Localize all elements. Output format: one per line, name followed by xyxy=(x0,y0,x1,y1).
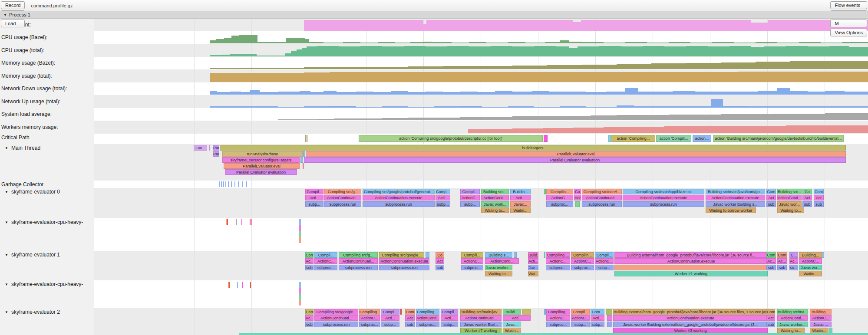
trace-event-bar[interactable]: sub xyxy=(814,201,824,207)
trace-event-bar[interactable]: Acti... xyxy=(528,258,538,264)
trace-event-bar[interactable]: Compil... xyxy=(595,252,614,258)
trace-event-bar[interactable]: Compil... xyxy=(571,309,590,315)
trace-event-bar[interactable]: subp... xyxy=(591,322,604,327)
trace-event-bar[interactable]: ActionC... xyxy=(461,258,483,264)
trace-event-bar[interactable]: ActionContinuation.execute xyxy=(614,258,768,264)
skyframe-evaluator-cpu-heavy-2-event-tick[interactable] xyxy=(237,282,238,288)
trace-event-bar[interactable] xyxy=(614,265,768,270)
skyframe-evaluator-cpu-heavy-2-event-sliver[interactable] xyxy=(299,294,301,300)
trace-event-bar[interactable]: ParallelEvaluator.eval xyxy=(306,151,846,157)
trace-event-bar[interactable]: Build... xyxy=(528,252,538,258)
skyframe-evaluator-cpu-heavy-1-label[interactable]: ▼skyframe-evaluator-cpu-heavy- xyxy=(5,219,83,226)
garbage-collector-event-tick[interactable] xyxy=(221,181,222,187)
trace-event-bar[interactable]: Parallel Evaluator evaluation xyxy=(225,169,297,175)
network-up-usage-total-chart[interactable] xyxy=(94,95,868,108)
trace-event-bar[interactable]: Building src... xyxy=(481,189,509,194)
trace-event-bar[interactable]: ActionContinuation.execute xyxy=(379,258,429,264)
action-count-chart[interactable] xyxy=(94,18,868,31)
trace-event-bar[interactable] xyxy=(434,189,435,194)
skyframe-evaluator-cpu-heavy-2-event-tick[interactable] xyxy=(228,282,229,288)
skyframe-evaluator-cpu-heavy-1-event-tick[interactable] xyxy=(226,219,227,225)
trace-event-bar[interactable]: ActionContinuation.execute xyxy=(363,195,435,200)
trace-event-bar[interactable]: Waitin... xyxy=(510,207,531,213)
trace-event-bar[interactable]: ActionC... xyxy=(546,195,573,200)
trace-event-bar[interactable]: Compil... xyxy=(314,252,337,258)
trace-event-bar[interactable]: Com... xyxy=(591,309,604,315)
trace-event-bar[interactable]: subprocess.run xyxy=(363,201,435,207)
trace-event-bar[interactable]: Compi... xyxy=(381,309,399,315)
trace-event-bar[interactable]: Buildi... xyxy=(503,309,521,315)
trace-event-bar[interactable] xyxy=(544,189,546,194)
trace-event-bar[interactable]: Wai... xyxy=(528,271,538,276)
trace-event-bar[interactable]: Building external/com_google_protobuf/ja… xyxy=(613,309,768,315)
trace-event-bar[interactable]: sub xyxy=(766,265,776,270)
trace-event-bar[interactable] xyxy=(575,201,580,207)
trace-event-bar[interactable]: subp... xyxy=(595,265,614,270)
skyframe-evaluator-cpu-heavy-1-event-sliver[interactable] xyxy=(299,219,301,225)
trace-event-bar[interactable]: ParallelEvaluator.eval xyxy=(224,163,300,169)
trace-event-bar[interactable]: Waitin... xyxy=(810,328,828,333)
trace-event-bar[interactable] xyxy=(303,151,305,157)
trace-event-bar[interactable]: Compiling src/google... xyxy=(314,309,358,315)
skyframe-evaluator-2-label[interactable]: ▼skyframe-evaluator 2 xyxy=(5,309,60,315)
trace-event-bar[interactable]: ActionContinuation.execute xyxy=(706,195,765,200)
trace-event-bar[interactable]: Compiling src/google... xyxy=(379,252,424,258)
garbage-collector-event-tick[interactable] xyxy=(219,181,220,187)
trace-event-bar[interactable]: subproc... xyxy=(416,322,439,327)
trace-event-bar[interactable] xyxy=(300,157,303,163)
trace-event-bar[interactable]: subprocess.run xyxy=(582,201,622,207)
trace-event-bar[interactable]: ActionContinuati... xyxy=(314,315,358,321)
trace-event-bar[interactable]: subprocess.run xyxy=(623,201,704,207)
trace-event-bar[interactable]: Compilin... xyxy=(571,252,594,258)
trace-event-bar[interactable] xyxy=(544,135,548,142)
view-options-button[interactable]: View Options xyxy=(830,29,867,36)
trace-event-bar[interactable]: Co xyxy=(436,252,444,258)
trace-event-bar[interactable]: ActionC... xyxy=(799,258,822,264)
trace-event-bar[interactable]: ActionContinuation.execute xyxy=(613,315,768,321)
trace-event-bar[interactable]: Co xyxy=(802,189,812,194)
trace-event-bar[interactable]: ActionConti... xyxy=(416,315,439,321)
trace-event-bar[interactable]: Compilin... xyxy=(546,189,573,194)
trace-event-bar[interactable]: Act xyxy=(436,258,444,264)
trace-event-bar[interactable] xyxy=(305,135,306,142)
trace-event-bar[interactable]: action 'Compili... xyxy=(656,135,691,142)
trace-event-bar[interactable]: subp... xyxy=(436,201,450,207)
trace-event-bar[interactable]: Co xyxy=(574,189,581,194)
garbage-collector-event-tick[interactable] xyxy=(228,181,229,187)
trace-event-bar[interactable]: Javac worker... xyxy=(485,265,512,270)
trace-event-bar[interactable]: Javac worker Building s... xyxy=(706,201,765,207)
trace-event-bar[interactable]: ActionContinuation.execute xyxy=(623,195,704,200)
trace-event-bar[interactable] xyxy=(400,309,402,315)
trace-event-bar[interactable]: ActionC... xyxy=(810,315,832,321)
trace-event-bar[interactable]: subproc... xyxy=(546,322,570,327)
trace-event-bar[interactable]: Building ... xyxy=(810,309,832,315)
trace-event-bar[interactable]: Building s... xyxy=(485,252,512,258)
trace-event-bar[interactable]: ActionC... xyxy=(571,258,594,264)
workers-memory-usage-chart[interactable] xyxy=(94,121,868,134)
skyframe-evaluator-cpu-heavy-2-event-sliver[interactable] xyxy=(299,300,301,305)
trace-event-bar[interactable]: Waiting to... xyxy=(485,271,512,276)
trace-event-bar[interactable] xyxy=(544,309,546,315)
trace-event-bar[interactable]: Act xyxy=(802,195,812,200)
trace-event-bar[interactable]: Act xyxy=(766,315,775,321)
trace-event-bar[interactable] xyxy=(544,252,545,258)
trace-event-bar[interactable]: Compiling... xyxy=(359,309,380,315)
trace-event-bar[interactable]: ActionContinuati... xyxy=(339,258,378,264)
trace-event-bar[interactable]: ActionC... xyxy=(460,195,480,200)
trace-event-bar[interactable]: Com xyxy=(777,252,787,258)
trace-event-bar[interactable]: subprocess.run xyxy=(314,322,358,327)
trace-event-bar[interactable]: Act xyxy=(574,195,581,200)
trace-event-bar[interactable]: Act xyxy=(405,315,415,321)
skyframe-evaluator-cpu-heavy-1-event-sliver[interactable] xyxy=(299,225,301,231)
trace-event-bar[interactable]: C... xyxy=(789,252,798,258)
trace-event-bar[interactable]: subp... xyxy=(571,322,590,327)
main-thread-label[interactable]: ▼Main Thread xyxy=(5,145,40,151)
skyframe-evaluator-1-label[interactable]: ▼skyframe-evaluator 1 xyxy=(5,252,60,258)
skyframe-evaluator-cpu-heavy-1-event-sliver[interactable] xyxy=(299,231,301,237)
trace-event-bar[interactable]: Compiling ... xyxy=(416,309,439,315)
trace-event-bar[interactable]: Act xyxy=(814,195,824,200)
trace-event-bar[interactable]: Compiling src/g... xyxy=(324,189,361,194)
trace-event-bar[interactable]: sub xyxy=(305,322,314,327)
trace-event-bar[interactable] xyxy=(426,252,429,258)
trace-event-bar[interactable]: sub xyxy=(405,322,415,327)
